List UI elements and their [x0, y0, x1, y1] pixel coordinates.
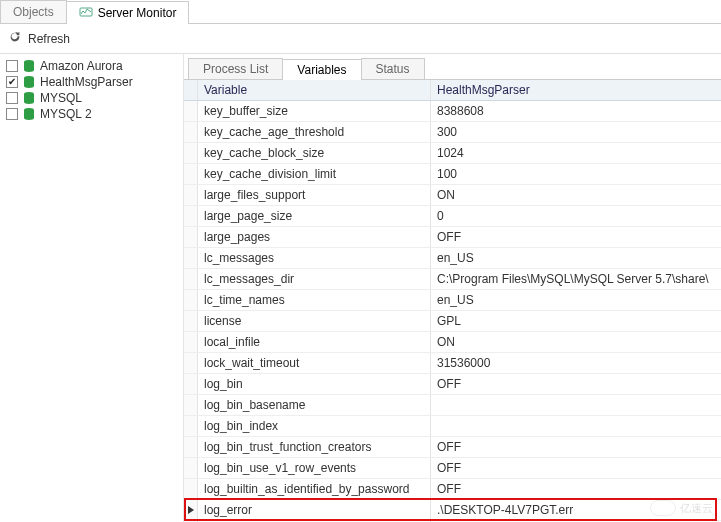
tab-status[interactable]: Status — [361, 58, 425, 79]
table-row[interactable]: lc_messages_dirC:\Program Files\MySQL\My… — [184, 269, 721, 290]
row-gutter — [184, 416, 198, 436]
tab-server-monitor-label: Server Monitor — [98, 6, 177, 20]
cell-value — [431, 395, 721, 415]
sidebar-item-label: HealthMsgParser — [40, 75, 133, 89]
checkbox[interactable] — [6, 76, 18, 88]
table-row[interactable]: lc_time_namesen_US — [184, 290, 721, 311]
toolbar: Refresh — [0, 24, 721, 54]
sidebar-item[interactable]: MYSQL — [6, 90, 177, 106]
table-row[interactable]: log_bin_basename — [184, 395, 721, 416]
table-row[interactable]: log_bin_trust_function_creatorsOFF — [184, 437, 721, 458]
cell-value: ON — [431, 332, 721, 352]
table-row[interactable]: licenseGPL — [184, 311, 721, 332]
sub-tabs: Process List Variables Status — [184, 54, 721, 80]
cell-value: 8388608 — [431, 101, 721, 121]
sidebar-item-label: Amazon Aurora — [40, 59, 123, 73]
cell-variable: lc_messages — [198, 248, 431, 268]
database-icon — [22, 91, 36, 105]
cell-variable: key_buffer_size — [198, 101, 431, 121]
row-gutter — [184, 479, 198, 499]
table-row[interactable]: large_files_supportON — [184, 185, 721, 206]
cell-variable: lc_time_names — [198, 290, 431, 310]
table-row[interactable]: large_page_size0 — [184, 206, 721, 227]
row-gutter — [184, 269, 198, 289]
top-tabs: Objects Server Monitor — [0, 0, 721, 24]
checkbox[interactable] — [6, 108, 18, 120]
cell-variable: log_bin_use_v1_row_events — [198, 458, 431, 478]
table-row[interactable]: log_binOFF — [184, 374, 721, 395]
tab-variables[interactable]: Variables — [282, 59, 361, 80]
row-gutter — [184, 143, 198, 163]
cell-variable: key_cache_age_threshold — [198, 122, 431, 142]
cell-variable: log_bin_index — [198, 416, 431, 436]
cell-value: C:\Program Files\MySQL\MySQL Server 5.7\… — [431, 269, 721, 289]
table-row[interactable]: key_cache_block_size1024 — [184, 143, 721, 164]
row-gutter — [184, 332, 198, 352]
row-gutter — [184, 185, 198, 205]
tab-process-list[interactable]: Process List — [188, 58, 283, 79]
checkbox[interactable] — [6, 92, 18, 104]
table-row[interactable]: large_pagesOFF — [184, 227, 721, 248]
cell-variable: local_infile — [198, 332, 431, 352]
table-row[interactable]: lock_wait_timeout31536000 — [184, 353, 721, 374]
row-gutter — [184, 353, 198, 373]
database-icon — [22, 59, 36, 73]
row-gutter — [184, 395, 198, 415]
table-row[interactable]: lc_messagesen_US — [184, 248, 721, 269]
cell-value: GPL — [431, 311, 721, 331]
row-gutter — [184, 206, 198, 226]
row-gutter — [184, 500, 198, 520]
sidebar-item[interactable]: HealthMsgParser — [6, 74, 177, 90]
cell-variable: key_cache_division_limit — [198, 164, 431, 184]
cell-value: OFF — [431, 458, 721, 478]
cell-value: 300 — [431, 122, 721, 142]
variables-grid: Variable HealthMsgParser key_buffer_size… — [184, 80, 721, 522]
checkbox[interactable] — [6, 60, 18, 72]
table-row[interactable]: log_bin_index — [184, 416, 721, 437]
column-header-variable[interactable]: Variable — [198, 80, 431, 100]
table-row[interactable]: log_builtin_as_identified_by_passwordOFF — [184, 479, 721, 500]
cell-variable: lc_messages_dir — [198, 269, 431, 289]
watermark-text: 亿速云 — [680, 501, 713, 516]
cell-value: en_US — [431, 290, 721, 310]
table-row[interactable]: log_bin_use_v1_row_eventsOFF — [184, 458, 721, 479]
cell-value: 0 — [431, 206, 721, 226]
row-gutter — [184, 311, 198, 331]
cell-value: 1024 — [431, 143, 721, 163]
row-gutter — [184, 248, 198, 268]
table-row[interactable]: local_infileON — [184, 332, 721, 353]
row-pointer-icon — [187, 506, 195, 514]
row-gutter — [184, 458, 198, 478]
cell-variable: log_bin_trust_function_creators — [198, 437, 431, 457]
row-gutter — [184, 164, 198, 184]
cell-variable: log_error — [198, 500, 431, 520]
database-icon — [22, 75, 36, 89]
cloud-icon — [650, 500, 676, 516]
cell-value: OFF — [431, 437, 721, 457]
sidebar-item-label: MYSQL — [40, 91, 82, 105]
sidebar-item[interactable]: MYSQL 2 — [6, 106, 177, 122]
table-row[interactable]: key_cache_age_threshold300 — [184, 122, 721, 143]
monitor-icon — [79, 6, 93, 20]
tab-server-monitor[interactable]: Server Monitor — [66, 1, 190, 24]
row-gutter — [184, 290, 198, 310]
cell-variable: lock_wait_timeout — [198, 353, 431, 373]
tab-objects-label: Objects — [13, 5, 54, 19]
refresh-icon[interactable] — [8, 30, 22, 47]
sidebar-item[interactable]: Amazon Aurora — [6, 58, 177, 74]
cell-variable: log_bin — [198, 374, 431, 394]
sidebar: Amazon AuroraHealthMsgParserMYSQLMYSQL 2 — [0, 54, 184, 522]
cell-value: en_US — [431, 248, 721, 268]
tab-objects[interactable]: Objects — [0, 0, 67, 23]
table-row[interactable]: key_cache_division_limit100 — [184, 164, 721, 185]
column-header-value[interactable]: HealthMsgParser — [431, 80, 721, 100]
row-gutter — [184, 227, 198, 247]
table-row[interactable]: key_buffer_size8388608 — [184, 101, 721, 122]
cell-value — [431, 416, 721, 436]
cell-value: OFF — [431, 374, 721, 394]
refresh-button[interactable]: Refresh — [28, 32, 70, 46]
row-gutter — [184, 437, 198, 457]
cell-variable: large_pages — [198, 227, 431, 247]
main-panel: Process List Variables Status Variable H… — [184, 54, 721, 522]
table-row[interactable]: log_error.\DESKTOP-4LV7PGT.err — [184, 500, 721, 521]
